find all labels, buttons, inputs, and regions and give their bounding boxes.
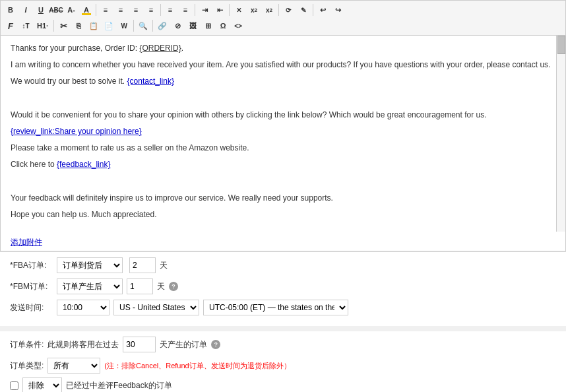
timezone-select[interactable]: UTC-05:00 (ET) — the states on the Atla <box>203 300 348 315</box>
unordered-list-button[interactable]: ≡ <box>163 3 177 17</box>
order-cond-days-input[interactable] <box>123 337 156 352</box>
fbm-trigger-select[interactable]: 订单产生后 <box>57 278 123 294</box>
email-line9 <box>11 176 555 188</box>
heading-button[interactable]: H1· <box>34 18 51 33</box>
paste-text-button[interactable]: 📄 <box>102 18 116 33</box>
email-line7: Please take a moment to rate us as a sel… <box>11 142 555 154</box>
order-type-label: 订单类型: <box>10 360 44 372</box>
copy-button[interactable]: ⎘ <box>71 18 86 33</box>
fba-trigger-select[interactable]: 订单到货后 <box>57 257 123 273</box>
order-cond-days-label: 此规则将客用在过去 <box>47 339 119 350</box>
redo-button[interactable]: ↪ <box>330 3 345 17</box>
order-cond-help-icon[interactable]: ? <box>211 340 220 349</box>
paste-word-button[interactable]: W <box>117 18 131 33</box>
fbm-days-unit: 天 <box>157 281 165 292</box>
outdent-button[interactable]: ⇤ <box>212 3 227 17</box>
email-line6: {review_link:Share your opinion here} <box>11 125 555 138</box>
fba-row: *FBA订单: 订单到货后 天 <box>10 257 556 273</box>
scroll-thumb[interactable] <box>557 36 565 54</box>
order-type-select[interactable]: 所有 <box>47 358 100 374</box>
undo-button[interactable]: ↩ <box>315 3 330 17</box>
section-divider <box>0 326 566 331</box>
order-type-row: 订单类型: 所有 (注：排除Cancel、Refund订单、发送时间为退货后除外… <box>10 358 556 374</box>
email-line8: Click here to {feedback_link} <box>11 158 555 171</box>
align-left-button[interactable]: ≡ <box>98 3 113 17</box>
toolbar-separator-4 <box>229 4 230 16</box>
order-cond-suffix: 天产生的订单 <box>160 339 207 350</box>
email-line3: We would try our best to solve it. {cont… <box>11 75 555 88</box>
strikethrough-button[interactable]: ABC <box>49 3 63 17</box>
email-line2: I am writing to concern whether you have… <box>11 59 555 71</box>
exclude-action1-select[interactable]: 排除 <box>22 377 62 392</box>
table-button[interactable]: ⊞ <box>201 18 215 33</box>
unknown2-button[interactable]: ✎ <box>296 3 311 17</box>
editor-scrollbar[interactable] <box>556 36 565 232</box>
special-char-button[interactable]: Ω <box>216 18 230 33</box>
paste-button[interactable]: 📋 <box>86 18 101 33</box>
fba-label: *FBA订单: <box>10 260 53 271</box>
strikethrough2-button[interactable]: ✕ <box>232 3 246 17</box>
italic-button[interactable]: I <box>18 3 33 17</box>
font-color-button[interactable]: A <box>79 3 94 17</box>
superscript-button[interactable]: x2 <box>247 3 261 17</box>
font-size-decrease-button[interactable]: A- <box>64 3 79 17</box>
cut-button[interactable]: ✂ <box>56 18 71 33</box>
send-time-row: 发送时间: 10:00 US - United States UTC-05:00… <box>10 300 556 315</box>
fbm-days-input[interactable] <box>127 278 153 294</box>
fbm-help-icon[interactable]: ? <box>169 282 178 291</box>
font-button[interactable]: F <box>3 18 18 33</box>
toolbar-separator-6 <box>313 4 313 16</box>
order-type-note: (注：排除Cancel、Refund订单、发送时间为退货后除外） <box>104 361 290 371</box>
unlink-button[interactable]: ⊘ <box>170 18 185 33</box>
toolbar-separator-9 <box>152 20 153 32</box>
image-button[interactable]: 🖼 <box>185 18 200 33</box>
find-button[interactable]: 🔍 <box>136 18 150 33</box>
email-line10: Your feedback will definitely inspire us… <box>11 192 555 205</box>
exclude-bad-feedback-checkbox[interactable] <box>10 381 18 390</box>
source-button[interactable]: <> <box>231 18 245 33</box>
email-editor[interactable]: Thanks for your purchase, Order ID: {ORD… <box>1 36 565 232</box>
fbm-label: *FBM订单: <box>10 281 53 292</box>
toolbar-separator-7 <box>53 20 54 32</box>
subscript-button[interactable]: x2 <box>262 3 276 17</box>
align-center-button[interactable]: ≡ <box>113 3 128 17</box>
indent-button[interactable]: ⇥ <box>197 3 212 17</box>
align-justify-button[interactable]: ≡ <box>144 3 158 17</box>
bold-button[interactable]: B <box>3 3 18 17</box>
toolbar-separator-5 <box>278 4 279 16</box>
order-cond-header: 订单条件: 此规则将客用在过去 天产生的订单 ? <box>10 337 556 352</box>
email-line5: Would it be convenient for you to share … <box>11 109 555 121</box>
fba-days-unit: 天 <box>160 260 168 271</box>
align-right-button[interactable]: ≡ <box>129 3 143 17</box>
ordered-list-button[interactable]: ≡ <box>178 3 193 17</box>
order-conditions-section: 订单条件: 此规则将客用在过去 天产生的订单 ? 订单类型: 所有 (注：排除C… <box>0 331 566 392</box>
underline-button[interactable]: U <box>34 3 48 17</box>
link-button[interactable]: 🔗 <box>155 18 170 33</box>
add-attachment-link[interactable]: 添加附件 <box>1 234 565 251</box>
email-line1: Thanks for your purchase, Order ID: {ORD… <box>11 42 555 55</box>
line-height-button[interactable]: ↕T <box>18 18 33 33</box>
toolbar-separator-2 <box>160 4 161 16</box>
send-time-label: 发送时间: <box>10 302 53 313</box>
fbm-row: *FBM订单: 订单产生后 天 ? <box>10 278 556 294</box>
country-select[interactable]: US - United States <box>113 300 199 315</box>
toolbar-separator-3 <box>195 4 195 16</box>
exclude-bad-feedback-row: 排除 已经过中差评Feedback的订单 <box>10 377 556 392</box>
unknown1-button[interactable]: ⟳ <box>281 3 296 17</box>
exclude-bad-feedback-desc: 已经过中差评Feedback的订单 <box>66 380 172 391</box>
toolbar-separator-1 <box>96 4 96 16</box>
email-line11: Hope you can help us. Much appreciated. <box>11 209 555 221</box>
email-line4 <box>11 92 555 105</box>
fba-days-input[interactable] <box>129 257 156 273</box>
settings-form: *FBA订单: 订单到货后 天 *FBM订单: 订单产生后 天 ? 发送时间: … <box>0 251 566 326</box>
order-conditions-label: 订单条件: <box>10 339 44 350</box>
toolbar-separator-8 <box>133 20 134 32</box>
send-time-select[interactable]: 10:00 <box>57 300 110 315</box>
